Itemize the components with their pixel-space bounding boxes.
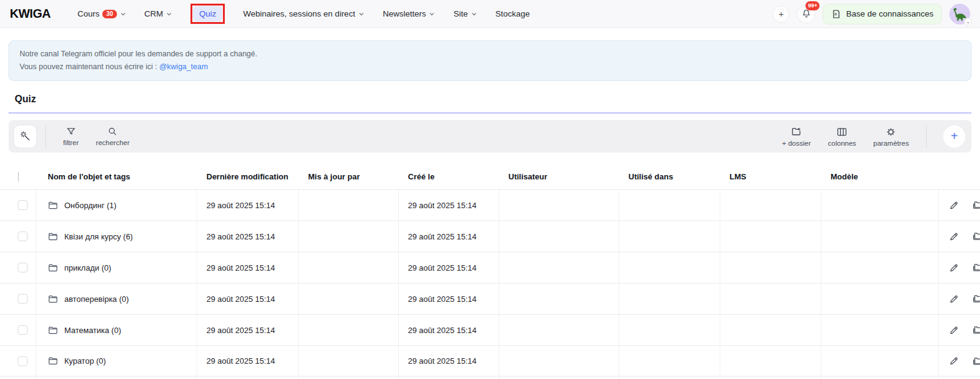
edit-pencil-icon[interactable]: [949, 294, 959, 304]
table-row[interactable]: Куратор (0) 29 août 2025 15:14 29 août 2…: [0, 345, 980, 377]
search-button[interactable]: rechercher: [88, 126, 138, 146]
edit-pencil-icon[interactable]: [949, 263, 959, 273]
settings-button[interactable]: paramètres: [865, 126, 918, 147]
edit-pencil-icon[interactable]: [949, 200, 959, 211]
model-cell: [821, 252, 939, 283]
table-header-row: Nom de l'objet et tags Dernière modifica…: [0, 164, 980, 189]
table-row[interactable]: Математика (0) 29 août 2025 15:14 29 aoû…: [0, 314, 980, 345]
move-to-folder-icon[interactable]: [972, 293, 980, 304]
move-to-folder-icon[interactable]: [972, 200, 980, 211]
global-add-button[interactable]: +: [772, 6, 790, 23]
notifications-badge: 99+: [805, 1, 820, 10]
model-cell: [821, 283, 939, 314]
created-date: 29 août 2025 15:14: [399, 252, 499, 283]
lms-cell: [720, 252, 821, 283]
chevron-down-icon: [166, 11, 172, 17]
knowledge-base-button[interactable]: a Base de connaissances: [823, 4, 942, 24]
columns-button[interactable]: colonnes: [820, 126, 865, 147]
select-all-checkbox[interactable]: [18, 171, 19, 182]
filter-button[interactable]: filtrer: [55, 126, 88, 146]
created-date: 29 août 2025 15:14: [399, 315, 499, 345]
table-row[interactable]: автоперевірка (0) 29 août 2025 15:14 29 …: [0, 283, 980, 314]
toolbar-right: + dossier colonnes paramètres +: [774, 125, 965, 148]
folder-plus-icon: [791, 126, 802, 138]
table-body: Онбординг (1) 29 août 2025 15:14 29 août…: [0, 189, 980, 377]
row-checkbox[interactable]: [18, 200, 28, 210]
svg-text:a: a: [835, 12, 837, 16]
gear-icon: [885, 126, 897, 138]
used-in-cell: [619, 190, 720, 220]
navbar-right: + 99+ a Base de connaissances: [772, 4, 970, 24]
table-row[interactable]: Онбординг (1) 29 août 2025 15:14 29 août…: [0, 189, 980, 220]
move-to-folder-icon[interactable]: [972, 262, 980, 273]
row-checkbox[interactable]: [18, 263, 28, 272]
add-folder-button[interactable]: + dossier: [774, 126, 820, 147]
lms-cell: [720, 283, 821, 314]
row-checkbox[interactable]: [18, 325, 28, 335]
filter-icon: [66, 126, 77, 137]
model-cell: [821, 346, 939, 376]
notifications-button[interactable]: 99+: [797, 5, 815, 23]
move-to-folder-icon[interactable]: [972, 231, 980, 242]
column-header-updated-by[interactable]: Mis à jour par: [299, 172, 399, 181]
folder-icon: [48, 294, 58, 304]
nav-item-cours[interactable]: Cours 30: [77, 9, 126, 18]
column-header-used-in[interactable]: Utilisé dans: [619, 172, 720, 181]
folder-name: приклади (0): [64, 263, 111, 272]
folder-name: Квізи для курсу (6): [64, 232, 133, 241]
add-quiz-button[interactable]: +: [943, 126, 965, 148]
annotation-box: Quiz: [190, 4, 225, 24]
select-all-checkbox-cell: [0, 172, 36, 181]
nav-item-newsletters[interactable]: Newsletters: [383, 9, 435, 18]
chevron-down-icon: [120, 11, 126, 17]
chevron-down-icon: [358, 11, 364, 17]
top-navbar: KWIGA Cours 30 CRM Quiz Webinaires, sess…: [0, 0, 980, 28]
row-checkbox[interactable]: [18, 231, 28, 241]
magic-wand-icon: [20, 130, 31, 142]
move-to-folder-icon[interactable]: [972, 325, 980, 336]
nav-item-quiz-active[interactable]: Quiz: [193, 6, 222, 21]
row-checkbox[interactable]: [18, 294, 28, 304]
partial-next-row: [0, 377, 980, 379]
move-to-folder-icon[interactable]: [972, 356, 980, 367]
folder-name: Онбординг (1): [64, 201, 116, 210]
kwiga-logo: KWIGA: [10, 7, 50, 21]
edit-pencil-icon[interactable]: [949, 356, 959, 366]
table-row[interactable]: Квізи для курсу (6) 29 août 2025 15:14 2…: [0, 220, 980, 252]
used-in-cell: [619, 221, 720, 252]
column-header-model[interactable]: Modèle: [821, 172, 939, 181]
folder-name: Математика (0): [64, 326, 121, 335]
nav-item-crm[interactable]: CRM: [145, 9, 173, 18]
nav-item-site[interactable]: Site: [453, 9, 477, 18]
used-in-cell: [619, 283, 720, 314]
title-underline: [9, 113, 971, 113]
chevron-down-icon: [471, 11, 477, 17]
columns-icon: [836, 126, 848, 138]
updated-by: [299, 252, 399, 283]
table-row[interactable]: приклади (0) 29 août 2025 15:14 29 août …: [0, 252, 980, 283]
user-cell: [499, 190, 619, 220]
used-in-cell: [619, 346, 720, 376]
row-checkbox[interactable]: [18, 356, 28, 366]
column-header-created[interactable]: Créé le: [399, 172, 499, 181]
nav-item-stockage[interactable]: Stockage: [496, 9, 530, 18]
column-header-lms[interactable]: LMS: [720, 172, 821, 181]
created-date: 29 août 2025 15:14: [399, 346, 499, 376]
modified-date: 29 août 2025 15:14: [197, 346, 299, 376]
modified-date: 29 août 2025 15:14: [197, 252, 299, 283]
folder-icon: [48, 263, 58, 273]
kwiga-team-link[interactable]: @kwiga_team: [159, 62, 208, 71]
column-header-name[interactable]: Nom de l'objet et tags: [36, 172, 197, 181]
banner-line2: Vous pouvez maintenant nous écrire ici :…: [20, 61, 960, 73]
edit-pencil-icon[interactable]: [949, 231, 959, 242]
column-header-modified[interactable]: Dernière modification: [197, 172, 299, 181]
modified-date: 29 août 2025 15:14: [197, 315, 299, 345]
used-in-cell: [619, 315, 720, 345]
avatar[interactable]: ⌄: [949, 4, 970, 24]
nav-item-webinaires[interactable]: Webinaires, sessions en direct: [243, 9, 364, 18]
model-cell: [821, 190, 939, 220]
telegram-notice-banner: Notre canal Telegram officiel pour les d…: [9, 40, 971, 81]
edit-pencil-icon[interactable]: [949, 325, 959, 336]
magic-wand-button[interactable]: [13, 125, 37, 148]
column-header-user[interactable]: Utilisateur: [499, 172, 619, 181]
